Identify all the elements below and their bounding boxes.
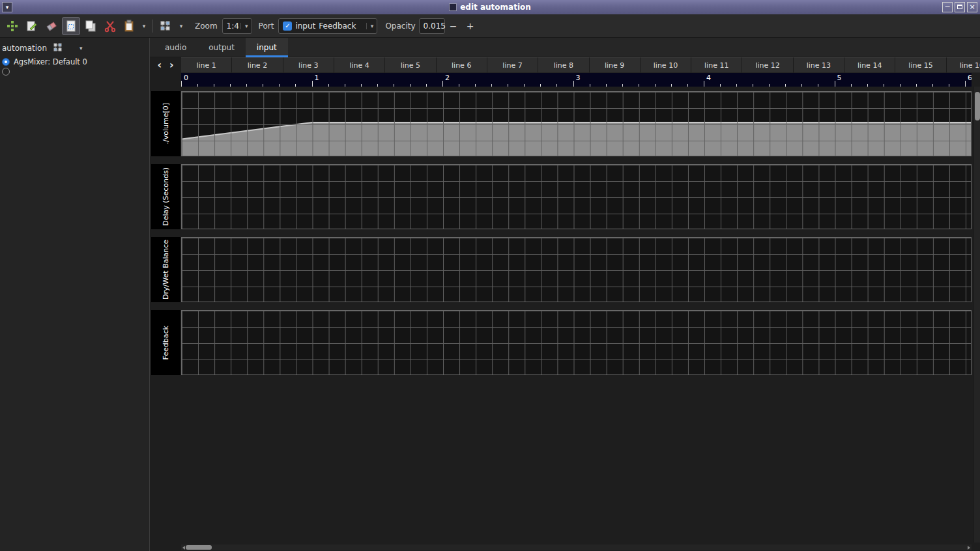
tool-popup-button[interactable] (158, 18, 175, 35)
machine-list: AgsMixer: Default 0 (0, 57, 149, 76)
lane-label-text: Feedback (162, 326, 170, 360)
automation-grid-icon[interactable] (53, 43, 65, 53)
paste-icon (123, 20, 136, 33)
lane-label: Dry/Wet Balance (151, 237, 180, 302)
vertical-scrollbar-thumb[interactable] (975, 92, 980, 120)
lane-label: ./volume[0] (151, 91, 180, 156)
chevron-down-icon: ▾ (180, 23, 183, 29)
check-icon: ✓ (285, 22, 290, 29)
clear-tool-button[interactable] (43, 18, 60, 35)
eraser-icon (45, 20, 58, 33)
position-cursor-icon (6, 20, 19, 33)
horizontal-scrollbar-thumb[interactable] (186, 545, 212, 550)
machine-label: AgsMixer: Default 0 (14, 57, 87, 66)
automation-curve (182, 92, 971, 156)
port-value: Feedback (319, 21, 356, 31)
toolbar: ▾ ▾ Zoom 1:4 ▾ Port ✓ input Feedba (0, 14, 980, 38)
automation-editor: audiooutputinput ‹ › line 1line 2line 3l… (150, 38, 980, 551)
chevron-down-icon: ▾ (240, 23, 248, 29)
paste-dropdown-button[interactable]: ▾ (139, 18, 149, 35)
window-controls: − × (942, 2, 977, 12)
machine-item-1[interactable] (0, 67, 149, 76)
port-checkbox[interactable]: ✓ (283, 21, 292, 31)
opacity-decrease-button[interactable]: − (445, 18, 462, 34)
app-icon (449, 3, 457, 11)
scissors-icon (104, 20, 117, 33)
selection-icon (65, 20, 78, 33)
port-label: Port (259, 21, 274, 31)
pencil-icon (25, 20, 38, 33)
minimize-button[interactable]: − (942, 2, 953, 12)
cut-button[interactable] (102, 18, 119, 35)
lane-label: Feedback (151, 310, 180, 375)
tool-grid-icon (160, 21, 173, 31)
select-tool-button[interactable] (63, 18, 79, 35)
titlebar: ▾ edit automation − × (0, 0, 980, 14)
automation-header: automation ▾ (0, 38, 149, 57)
lane-label-text: Dry/Wet Balance (162, 240, 170, 300)
paste-button[interactable] (121, 18, 138, 35)
automation-lane-grid-4[interactable] (181, 310, 972, 375)
machine-sidebar: automation ▾ AgsMixer: Default 0 (0, 38, 150, 551)
copy-button[interactable] (82, 18, 99, 35)
window-title: edit automation (460, 3, 531, 12)
opacity-value: 0.015 (424, 21, 446, 31)
automation-label: automation (2, 44, 47, 53)
lane-label: Delay (Seconds) (151, 164, 180, 229)
chevron-down-icon: ▾ (366, 23, 374, 29)
radio-unselected-icon[interactable] (2, 68, 10, 76)
position-tool-button[interactable] (4, 18, 21, 35)
copy-icon (84, 20, 97, 33)
port-scope-label: input (295, 21, 315, 31)
close-icon: × (969, 3, 975, 11)
machine-item-0[interactable]: AgsMixer: Default 0 (0, 57, 149, 67)
tool-dropdown-button[interactable]: ▾ (177, 18, 186, 35)
radio-selected-icon[interactable] (2, 58, 10, 66)
zoom-value: 1:4 (227, 21, 239, 31)
lane-label-text: ./volume[0] (162, 103, 170, 145)
scroll-left-icon[interactable] (182, 546, 185, 550)
edit-automation-window: ▾ edit automation − × (0, 0, 980, 551)
horizontal-scrollbar[interactable] (181, 544, 972, 550)
lane-label-text: Delay (Seconds) (162, 167, 170, 226)
zoom-select[interactable]: 1:4 ▾ (222, 18, 252, 34)
opacity-label: Opacity (385, 21, 415, 31)
window-title-area: edit automation (0, 0, 980, 14)
automation-lane-grid-1[interactable] (181, 91, 972, 156)
maximize-icon (957, 5, 962, 9)
opacity-input[interactable]: 0.015 (419, 18, 445, 34)
edit-tool-button[interactable] (23, 18, 40, 35)
close-button[interactable]: × (967, 2, 977, 12)
chevron-down-icon: ▾ (143, 23, 146, 29)
zoom-label: Zoom (195, 21, 218, 31)
maximize-button[interactable] (955, 2, 965, 12)
scroll-right-icon[interactable] (968, 546, 970, 550)
opacity-increase-button[interactable]: + (462, 18, 479, 34)
minimize-icon: − (944, 3, 950, 11)
chevron-down-icon[interactable]: ▾ (79, 45, 83, 51)
toolbar-separator (152, 20, 153, 33)
port-select[interactable]: ✓ input Feedback ▾ (278, 18, 377, 34)
vertical-scrollbar[interactable] (973, 87, 980, 543)
automation-lane-grid-3[interactable] (181, 237, 972, 302)
automation-lanes: ./volume[0]Delay (Seconds)Dry/Wet Balanc… (150, 38, 980, 551)
automation-lane-grid-2[interactable] (181, 164, 972, 229)
